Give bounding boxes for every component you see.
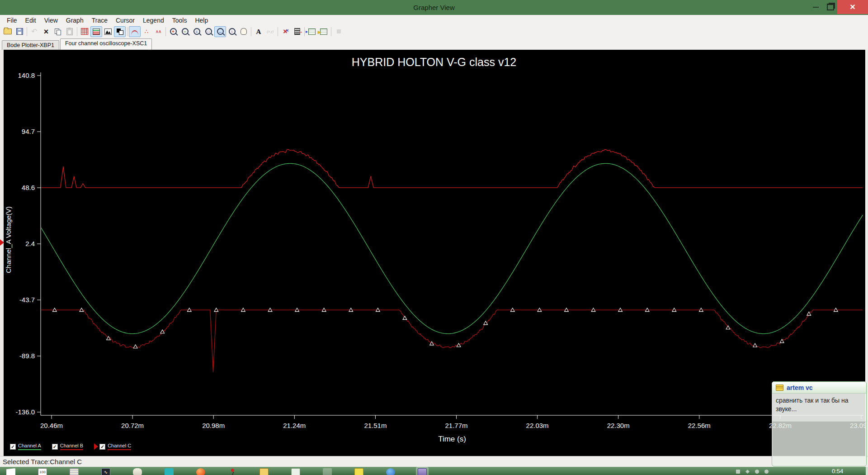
taskbar--button[interactable]: ∿ — [100, 468, 111, 475]
system-tray — [736, 470, 769, 474]
channel-c-marker — [457, 343, 461, 347]
-button[interactable] — [141, 26, 152, 37]
taskbar--button[interactable] — [5, 468, 16, 475]
menu-item-[interactable]: Trace — [88, 15, 112, 25]
taskbar--button[interactable] — [164, 468, 175, 475]
-icon — [386, 468, 395, 475]
-button[interactable] — [2, 26, 14, 37]
-icon — [66, 28, 73, 35]
-button[interactable] — [333, 26, 344, 37]
-button[interactable] — [90, 26, 102, 37]
-button[interactable] — [179, 26, 191, 37]
-icon[interactable] — [745, 470, 750, 474]
-icon[interactable] — [764, 470, 769, 474]
-button[interactable] — [79, 26, 90, 37]
taskbar--button[interactable] — [417, 468, 428, 475]
-icon — [241, 28, 247, 35]
-button[interactable] — [226, 26, 238, 37]
taskbar--button[interactable] — [132, 468, 143, 475]
-button[interactable] — [264, 26, 276, 37]
title-bar[interactable]: Grapher View ✕ — [0, 0, 868, 15]
-button[interactable] — [214, 26, 226, 37]
-icon — [418, 468, 427, 475]
chat-popup[interactable]: artem vc сравнить так и так бы на звуке.… — [772, 381, 867, 466]
-icon — [193, 28, 200, 35]
tab-[interactable]: Four channel oscilloscope-XSC1 — [60, 38, 152, 50]
chat-popup-header[interactable]: artem vc — [772, 382, 866, 394]
-button[interactable] — [102, 26, 114, 37]
legend-checkbox[interactable] — [10, 444, 16, 450]
window-title: Grapher View — [0, 4, 868, 11]
minimize-button[interactable] — [807, 0, 824, 14]
x-tick-label: 20.98m — [202, 422, 225, 429]
-icon — [81, 28, 88, 35]
toolbar-separator — [331, 27, 331, 36]
menu-item-[interactable]: Graph — [62, 15, 88, 25]
menu-item-[interactable]: File — [3, 15, 21, 25]
x-tick-label: 21.24m — [283, 422, 306, 429]
-button[interactable] — [253, 26, 264, 37]
-icon — [31, 27, 37, 36]
taskbar--button[interactable] — [69, 468, 80, 475]
tab-[interactable]: Bode Plotter-XBP1 — [2, 40, 59, 50]
channel-c-marker — [160, 330, 165, 333]
-button[interactable] — [14, 26, 25, 37]
taskbar--button[interactable] — [259, 468, 269, 475]
-button[interactable] — [114, 26, 126, 37]
toolbar-separator — [278, 27, 278, 36]
legend-item-[interactable]: Channel B — [52, 443, 83, 450]
taskbar--button[interactable] — [322, 468, 333, 475]
y-tick-label: -136.0 — [15, 408, 35, 416]
-icon — [131, 30, 138, 35]
toolbar — [0, 26, 868, 37]
menu-item-[interactable]: Cursor — [112, 15, 139, 25]
menu-item-[interactable]: Help — [191, 15, 212, 25]
-button[interactable] — [52, 26, 64, 37]
legend-item-[interactable]: Channel C — [94, 443, 131, 450]
-button[interactable] — [129, 26, 141, 37]
-button[interactable] — [40, 26, 52, 37]
show-desktop-button[interactable] — [866, 467, 868, 475]
menu-item-[interactable]: Edit — [21, 15, 40, 25]
taskbar--button[interactable] — [227, 468, 238, 475]
taskbar--button[interactable] — [385, 468, 396, 475]
-icon — [182, 28, 189, 35]
x-tick-label: 20.46m — [40, 422, 63, 429]
minimize-icon — [813, 7, 819, 8]
-icon[interactable] — [736, 470, 740, 474]
taskbar--button[interactable]: 100 — [37, 468, 48, 475]
taskbar-clock[interactable]: 0:54 — [832, 468, 843, 475]
-button[interactable] — [291, 26, 303, 37]
-icon — [117, 28, 123, 35]
menu-item-[interactable]: View — [40, 15, 62, 25]
-button[interactable] — [167, 26, 179, 37]
-button[interactable] — [203, 26, 214, 37]
x-tick-label: 22.56m — [688, 422, 711, 429]
taskbar--button[interactable] — [354, 468, 364, 475]
legend-item-[interactable]: Channel A — [10, 443, 41, 450]
taskbar--button[interactable] — [290, 468, 301, 475]
-icon — [104, 28, 112, 35]
channel-b-trace — [41, 149, 863, 188]
-button[interactable] — [238, 26, 250, 37]
menu-item-[interactable]: Tools — [168, 15, 191, 25]
-button[interactable] — [279, 26, 291, 37]
menu-item-[interactable]: Legend — [139, 15, 168, 25]
-button[interactable] — [306, 26, 318, 37]
channel-c-marker — [133, 345, 137, 348]
graph-plot-area[interactable]: HYBRID HOLTON V-G class v12Channel_A Vol… — [4, 50, 866, 456]
taskbar--button[interactable] — [195, 468, 206, 475]
-button[interactable] — [318, 26, 330, 37]
restore-button[interactable] — [824, 0, 837, 14]
-button[interactable] — [191, 26, 203, 37]
desktop: { "window": { "title": "Grapher View" },… — [0, 0, 868, 475]
close-button[interactable]: ✕ — [837, 0, 868, 14]
legend-checkbox[interactable] — [99, 444, 105, 450]
-button[interactable] — [28, 26, 40, 37]
toolbar-separator — [27, 27, 27, 36]
-icon — [291, 468, 300, 475]
legend-checkbox[interactable] — [52, 444, 58, 450]
-button[interactable] — [64, 26, 75, 37]
-button[interactable] — [152, 26, 164, 37]
-icon[interactable] — [755, 470, 759, 474]
